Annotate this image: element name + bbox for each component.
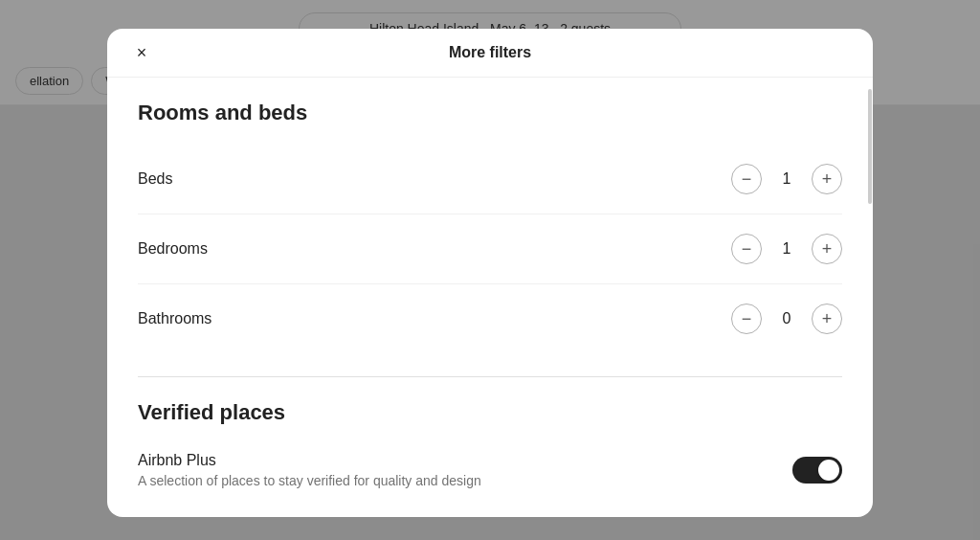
verified-places-section: Verified places Airbnb Plus A selection …	[138, 400, 842, 496]
beds-value: 1	[777, 170, 796, 188]
bedrooms-decrement-button[interactable]: −	[731, 234, 762, 264]
bedrooms-increment-button[interactable]: +	[812, 234, 842, 264]
toggle-track[interactable]	[792, 457, 842, 484]
airbnb-plus-info: Airbnb Plus A selection of places to sta…	[138, 452, 792, 488]
airbnb-plus-toggle[interactable]	[792, 457, 842, 484]
modal-scrollbar[interactable]	[867, 79, 873, 517]
scrollbar-thumb	[868, 89, 872, 204]
verified-places-title: Verified places	[138, 400, 842, 425]
airbnb-plus-row: Airbnb Plus A selection of places to sta…	[138, 444, 842, 496]
bathrooms-row: Bathrooms − 0 +	[138, 284, 842, 353]
bathrooms-label: Bathrooms	[138, 310, 212, 327]
bathrooms-decrement-button[interactable]: −	[731, 304, 762, 334]
close-button[interactable]: ×	[126, 37, 157, 68]
bathrooms-value: 0	[777, 310, 796, 327]
beds-increment-button[interactable]: +	[812, 164, 842, 194]
airbnb-plus-name: Airbnb Plus	[138, 452, 792, 469]
modal-header: × More filters	[107, 29, 873, 78]
bedrooms-label: Bedrooms	[138, 240, 208, 258]
modal-title: More filters	[449, 44, 531, 61]
beds-decrement-button[interactable]: −	[731, 164, 762, 194]
bedrooms-controls: − 1 +	[731, 234, 842, 264]
airbnb-plus-description: A selection of places to stay verified f…	[138, 473, 792, 488]
rooms-and-beds-title: Rooms and beds	[138, 101, 842, 125]
beds-label: Beds	[138, 170, 172, 188]
beds-row: Beds − 1 +	[138, 145, 842, 214]
bedrooms-row: Bedrooms − 1 +	[138, 214, 842, 284]
bathrooms-increment-button[interactable]: +	[812, 304, 842, 334]
modal-body[interactable]: Rooms and beds Beds − 1 + Bedrooms − 1 +	[107, 78, 873, 517]
bathrooms-controls: − 0 +	[731, 304, 842, 334]
bedrooms-value: 1	[777, 240, 796, 258]
more-filters-modal: × More filters Rooms and beds Beds − 1 +…	[107, 29, 873, 517]
section-divider	[138, 376, 842, 377]
toggle-thumb	[818, 460, 839, 481]
beds-controls: − 1 +	[731, 164, 842, 194]
rooms-and-beds-section: Rooms and beds Beds − 1 + Bedrooms − 1 +	[138, 101, 842, 353]
